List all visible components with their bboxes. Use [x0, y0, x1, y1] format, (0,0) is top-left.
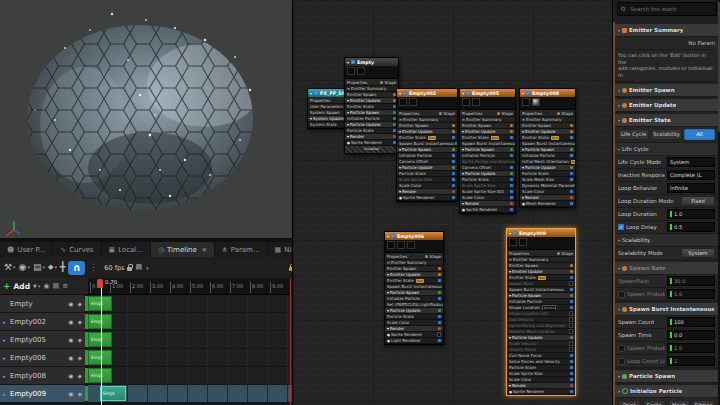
view-options-button[interactable]: ◉▾ [19, 263, 30, 272]
thumbnail[interactable] [522, 98, 530, 106]
value-loop-duration[interactable]: 1.0 [667, 209, 715, 219]
thumbnail[interactable] [509, 238, 517, 246]
detail-row-spawn-time[interactable]: Spawn Time0.0 [615, 329, 718, 342]
spawnable-icon[interactable]: ◉ [43, 282, 49, 290]
module-enabled-checkbox[interactable] [570, 354, 574, 358]
module-enabled-checkbox[interactable] [438, 321, 442, 325]
tab-param[interactable]: ⋔Param... [215, 242, 267, 257]
track-burst-icon[interactable]: ◈ [77, 336, 82, 343]
module-enabled-checkbox[interactable] [569, 317, 574, 322]
detail-row-spawn-probability[interactable]: Spawn Probability1.0 [615, 342, 718, 355]
thumbnail[interactable] [519, 238, 527, 246]
chevron-down-icon[interactable]: ▾ [618, 374, 620, 379]
track-header[interactable]: ▸Empty002◉◈ [0, 313, 85, 330]
node-header[interactable]: ▾✓Empty009 [507, 229, 575, 237]
module-enabled-checkbox[interactable] [437, 332, 442, 337]
detail-row-scalability-mode[interactable]: Scalability ModeSystem [615, 247, 718, 260]
track-burst-icon[interactable]: ◈ [77, 300, 82, 307]
track-visibility-icon[interactable]: ◉ [68, 336, 73, 343]
value-loop-behavior[interactable]: Infinite [667, 183, 715, 193]
chevron-down-icon[interactable]: ▾ [618, 266, 620, 271]
list-icon[interactable]: ≡ [62, 282, 68, 290]
search-input[interactable] [628, 5, 713, 13]
module-enabled-checkbox[interactable] [452, 178, 456, 182]
node-row-sprite-renderer[interactable]: ●Sprite Renderer [507, 389, 575, 395]
thumbnail[interactable] [407, 241, 415, 249]
module-enabled-checkbox[interactable] [570, 154, 574, 158]
timeline-ruler[interactable]: 0.001.002.003.004.005.006.007.008.009.00 [88, 278, 292, 295]
keyframe-options-button[interactable]: ◆▾ [48, 264, 57, 271]
expander-icon[interactable]: ▸ [3, 373, 10, 379]
module-enabled-checkbox[interactable] [438, 339, 442, 343]
node-enabled-checkbox[interactable]: ✓ [391, 234, 395, 238]
thumbnail[interactable] [399, 98, 407, 106]
expander-icon[interactable]: ▸ [3, 355, 10, 361]
module-enabled-checkbox[interactable] [452, 196, 456, 200]
node-collapse-icon[interactable]: ▾ [522, 91, 524, 96]
node-enabled-checkbox[interactable]: ✓ [513, 231, 517, 235]
node-header[interactable]: ▾✓Empty005 [460, 89, 515, 97]
module-enabled-checkbox[interactable] [452, 154, 456, 158]
module-enabled-checkbox[interactable] [570, 190, 574, 194]
detail-row-scalability[interactable]: ▾Scalability [615, 234, 718, 247]
node-header[interactable]: ▾✓Empty [345, 58, 398, 66]
detail-row-loop-behavior[interactable]: Loop BehaviorInfinite [615, 182, 718, 195]
module-enabled-checkbox[interactable] [569, 347, 574, 352]
thumbnail[interactable] [409, 98, 417, 106]
graph-node-empty[interactable]: ▾✓EmptyPropertiesStage≡Emitter SummaryEm… [344, 57, 399, 154]
module-enabled-checkbox[interactable] [452, 136, 456, 140]
timeline-clip[interactable]: Empt [88, 350, 112, 365]
checkbox-loop-delay[interactable]: ✓ [618, 224, 624, 230]
stack-section-emitter-state[interactable]: ▾Emitter State [615, 114, 718, 127]
node-collapse-icon[interactable]: ▾ [347, 60, 349, 65]
graph-node-empty006[interactable]: ▾✓Empty006PropertiesStage≡Emitter Summar… [384, 231, 444, 345]
chevron-down-icon[interactable]: ▾ [618, 307, 620, 312]
expander-icon[interactable]: ▸ [3, 337, 10, 343]
stack-section-initialize-particle[interactable]: ▾Initialize Particle [615, 385, 718, 398]
track-burst-icon[interactable]: ◈ [77, 354, 82, 361]
thumbnail[interactable] [462, 98, 470, 106]
auto-key-button[interactable]: ╋ [60, 263, 65, 272]
track-row-empty006[interactable]: ▸Empty006◉◈Empt [0, 349, 292, 366]
module-enabled-checkbox[interactable] [455, 142, 457, 146]
stack-section-emitter-update[interactable]: ▾Emitter Update [615, 99, 718, 112]
sequencer-options-button[interactable]: ⚒▾ [4, 263, 16, 272]
tab-life-cycle[interactable]: Life Cycle [618, 129, 649, 140]
track-row-empty008[interactable]: ▸Empty008◉◈Empt [0, 367, 292, 384]
node-collapse-icon[interactable]: ▾ [387, 234, 389, 239]
module-enabled-checkbox[interactable] [569, 341, 574, 346]
stack-section-emitter-spawn[interactable]: ▾Emitter Spawn [615, 84, 718, 97]
checkbox-spawn-probability[interactable] [618, 291, 625, 298]
value-life-cycle-mode[interactable]: System [667, 157, 715, 167]
value-loop-duration-mode[interactable]: Fixed [681, 196, 715, 206]
stack-search-box[interactable] [617, 2, 717, 16]
module-enabled-checkbox[interactable] [452, 184, 456, 188]
node-enabled-checkbox[interactable]: ✓ [351, 60, 355, 64]
detail-row-loop-duration-mode[interactable]: Loop Duration ModeFixed [615, 195, 718, 208]
value-loop-delay[interactable]: 0.5 [667, 222, 715, 232]
module-enabled-checkbox[interactable] [510, 136, 514, 140]
snapshot-icon[interactable]: ▤ [135, 264, 142, 271]
value-scalability-mode[interactable]: System [681, 248, 715, 258]
track-lane[interactable]: Empt [88, 385, 292, 402]
stack-section-spawn-rate[interactable]: ▾Spawn Rate [615, 262, 718, 275]
timeline-clip[interactable]: Empt [88, 296, 112, 311]
node-header[interactable]: ▾✓Empty006 [385, 232, 443, 240]
module-enabled-checkbox[interactable] [510, 190, 514, 194]
add-track-button[interactable]: Add [14, 282, 31, 291]
thumbnail[interactable] [347, 67, 355, 75]
tab-point[interactable]: Point [618, 400, 641, 405]
track-burst-icon[interactable]: ◈ [77, 372, 82, 379]
module-enabled-checkbox[interactable] [570, 300, 574, 304]
track-header[interactable]: ▸Empty006◉◈ [0, 349, 85, 366]
close-icon[interactable]: ✕ [202, 246, 207, 253]
track-row-empty009[interactable]: ▸Empty009◉◈Empt [0, 385, 292, 402]
node-header[interactable]: ▾✓Empty008 [520, 89, 575, 97]
module-enabled-checkbox[interactable] [438, 315, 442, 319]
track-visibility-icon[interactable]: ◉ [68, 390, 73, 397]
tab-mesh[interactable]: Mesh [668, 400, 691, 405]
graph-node-empty009[interactable]: ▾✓Empty009PropertiesStage≡Emitter Summar… [506, 228, 576, 396]
chevron-down-icon[interactable]: ▾ [618, 28, 620, 33]
module-enabled-checkbox[interactable] [570, 172, 574, 176]
timeline-clip[interactable]: Empt [100, 386, 126, 401]
